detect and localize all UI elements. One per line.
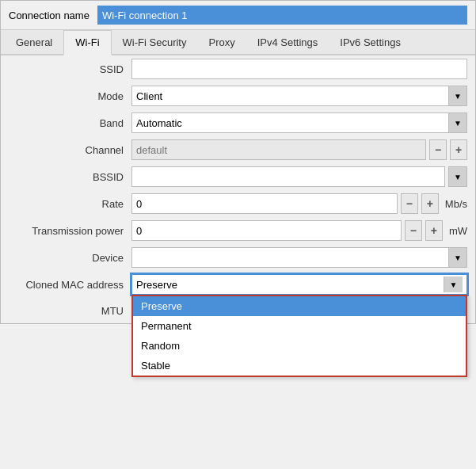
rate-minus-button[interactable]: − [401,193,418,214]
txpower-unit-label: mW [449,225,467,237]
ssid-label: SSID [9,63,131,75]
tab-proxy[interactable]: Proxy [197,30,246,54]
channel-row: Channel − + [1,136,475,163]
rate-plus-button[interactable]: + [421,193,439,214]
device-select[interactable] [131,247,467,268]
cloned-mac-menu: Preserve Permanent Random Stable [131,295,467,377]
mode-control: Client ▼ [131,86,467,106]
device-row: Device ▼ [1,244,475,271]
channel-minus-button[interactable]: − [429,139,447,160]
cloned-mac-selected-text: Preserve [136,279,444,291]
cloned-mac-control: Preserve ▼ Preserve Permanent Random Sta… [131,274,467,295]
device-select-wrapper: ▼ [131,247,467,268]
cloned-mac-arrow-icon: ▼ [444,276,463,292]
connection-name-bar: Connection name [1,1,475,30]
txpower-label: Transmission power [9,225,131,237]
tab-content: SSID Mode Client ▼ Band [1,55,475,323]
txpower-row: Transmission power − + mW [1,217,475,244]
connection-name-input[interactable] [97,6,467,25]
cloned-mac-label: Cloned MAC address [9,279,131,291]
band-control: Automatic ▼ [131,112,467,133]
ssid-row: SSID [1,55,475,82]
ssid-input[interactable] [131,59,467,79]
cloned-mac-dropdown: Preserve ▼ Preserve Permanent Random Sta… [131,274,467,295]
txpower-minus-button[interactable]: − [405,220,422,241]
bssid-dropdown-arrow-icon: ▼ [448,166,467,187]
ssid-control [131,59,467,79]
mode-label: Mode [9,90,131,102]
tab-wifi-security[interactable]: Wi-Fi Security [112,30,198,54]
network-connection-window: Connection name General Wi-Fi Wi-Fi Secu… [0,0,476,324]
cloned-mac-option-stable[interactable]: Stable [133,356,466,376]
mode-select[interactable]: Client [131,86,467,106]
rate-input[interactable] [131,193,398,214]
channel-label: Channel [9,144,131,156]
cloned-mac-row: Cloned MAC address Preserve ▼ Preserve P… [1,271,475,298]
txpower-input[interactable] [131,220,402,241]
device-label: Device [9,252,131,264]
bssid-row: BSSID ▼ [1,163,475,190]
cloned-mac-selected[interactable]: Preserve ▼ [131,274,467,295]
band-select[interactable]: Automatic [131,112,467,133]
rate-row: Rate − + Mb/s [1,190,475,217]
mtu-label: MTU [9,301,131,317]
tab-ipv4[interactable]: IPv4 Settings [246,30,329,54]
tab-general[interactable]: General [5,30,63,54]
rate-label: Rate [9,198,131,210]
band-select-wrapper: Automatic ▼ [131,112,467,133]
bssid-label: BSSID [9,171,131,183]
txpower-control: − + mW [131,220,467,241]
channel-control: − + [131,139,467,160]
cloned-mac-option-random[interactable]: Random [133,336,466,356]
band-label: Band [9,117,131,129]
tabs-bar: General Wi-Fi Wi-Fi Security Proxy IPv4 … [1,30,475,55]
device-control: ▼ [131,247,467,268]
rate-control: − + Mb/s [131,193,467,214]
channel-plus-button[interactable]: + [450,139,467,160]
tab-ipv6[interactable]: IPv6 Settings [329,30,412,54]
bssid-control: ▼ [131,166,467,187]
connection-name-label: Connection name [9,10,89,21]
band-row: Band Automatic ▼ [1,109,475,136]
rate-unit-label: Mb/s [445,198,467,210]
bssid-input[interactable] [131,166,445,187]
mode-row: Mode Client ▼ [1,82,475,109]
cloned-mac-option-preserve[interactable]: Preserve [133,296,466,316]
channel-input[interactable] [131,139,426,160]
txpower-plus-button[interactable]: + [425,220,443,241]
tab-wifi[interactable]: Wi-Fi [63,30,111,55]
cloned-mac-option-permanent[interactable]: Permanent [133,316,466,336]
mode-select-wrapper: Client ▼ [131,86,467,106]
